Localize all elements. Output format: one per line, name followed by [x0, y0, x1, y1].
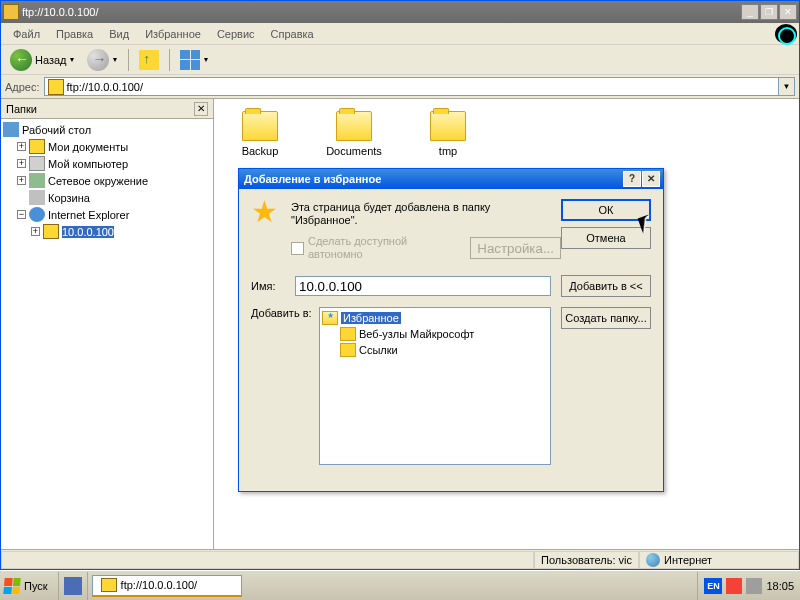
folders-panel: Папки ✕ Рабочий стол + Мои документы + М…: [1, 99, 214, 551]
dialog-title: Добавление в избранное: [242, 173, 623, 185]
address-value: ftp://10.0.0.100/: [67, 81, 143, 93]
back-button[interactable]: Назад ▼: [5, 46, 80, 74]
back-arrow-icon: [10, 49, 32, 71]
quicklaunch: [59, 572, 88, 600]
tree-label[interactable]: Мои документы: [48, 141, 128, 153]
window-icon: [3, 4, 19, 20]
tree-label[interactable]: Рабочий стол: [22, 124, 91, 136]
favorites-tree-label[interactable]: Веб-узлы Майкрософт: [359, 328, 474, 340]
desktop-icon: [3, 122, 19, 137]
folder-name: tmp: [418, 145, 478, 157]
toolbar: Назад ▼ ▼ ▼: [1, 45, 799, 75]
expander-placeholder: [17, 193, 26, 202]
name-input[interactable]: [295, 276, 551, 296]
folder-name: Backup: [230, 145, 290, 157]
ie-logo-icon: [775, 24, 797, 44]
address-folder-icon: [48, 79, 64, 95]
tree-label[interactable]: Сетевое окружение: [48, 175, 148, 187]
favorites-tree[interactable]: Избранное Веб-узлы Майкрософт Ссылки: [319, 307, 551, 465]
favorites-tree-label[interactable]: Избранное: [341, 312, 401, 324]
folder-item[interactable]: tmp: [418, 111, 478, 157]
back-dropdown-icon[interactable]: ▼: [69, 56, 76, 63]
menu-file[interactable]: Файл: [5, 26, 48, 42]
tree-node-trash[interactable]: Корзина: [3, 189, 211, 206]
minimize-button[interactable]: _: [741, 4, 759, 20]
menu-edit[interactable]: Правка: [48, 26, 101, 42]
tree-node-my-computer[interactable]: + Мой компьютер: [3, 155, 211, 172]
toolbar-separator: [169, 49, 170, 71]
folders-panel-close-button[interactable]: ✕: [194, 102, 208, 116]
offline-checkbox[interactable]: [291, 242, 304, 255]
documents-icon: [29, 139, 45, 154]
tree-node-ftp[interactable]: + 10.0.0.100: [3, 223, 211, 240]
quicklaunch-save-icon[interactable]: [64, 577, 82, 595]
folder-icon: [336, 111, 372, 141]
expander-icon[interactable]: +: [17, 176, 26, 185]
network-icon: [29, 173, 45, 188]
maximize-button[interactable]: ❐: [760, 4, 778, 20]
task-folder-icon: [101, 578, 117, 592]
language-indicator[interactable]: EN: [704, 578, 722, 594]
status-left: [1, 551, 534, 569]
folder-icon: [340, 327, 356, 341]
cancel-button[interactable]: Отмена: [561, 227, 651, 249]
add-to-toggle-button[interactable]: Добавить в <<: [561, 275, 651, 297]
favorites-tree-node[interactable]: Веб-узлы Майкрософт: [322, 326, 548, 342]
tree-label[interactable]: Мой компьютер: [48, 158, 128, 170]
tree-node-network[interactable]: + Сетевое окружение: [3, 172, 211, 189]
start-label: Пуск: [24, 580, 48, 592]
titlebar[interactable]: ftp://10.0.0.100/ _ ❐ ✕: [1, 1, 799, 23]
settings-button: Настройка...: [470, 237, 561, 259]
favorites-tree-node[interactable]: Избранное: [322, 310, 548, 326]
menubar: Файл Правка Вид Избранное Сервис Справка: [1, 23, 799, 45]
folders-panel-header: Папки ✕: [1, 99, 213, 119]
dialog-titlebar[interactable]: Добавление в избранное ? ✕: [239, 169, 663, 189]
expander-icon[interactable]: −: [17, 210, 26, 219]
system-tray: EN 18:05: [697, 572, 800, 600]
clock[interactable]: 18:05: [766, 580, 794, 592]
expander-icon[interactable]: +: [17, 159, 26, 168]
taskbar-task-button[interactable]: ftp://10.0.0.100/: [92, 575, 242, 597]
security-shield-icon[interactable]: [726, 578, 742, 594]
ok-button[interactable]: ОК: [561, 199, 651, 221]
trash-icon: [29, 190, 45, 205]
offline-label: Сделать доступной автономно: [308, 235, 464, 261]
folder-item[interactable]: Documents: [324, 111, 384, 157]
menu-favorites[interactable]: Избранное: [137, 26, 209, 42]
tree-label[interactable]: Internet Explorer: [48, 209, 129, 221]
tree-node-ie[interactable]: − Internet Explorer: [3, 206, 211, 223]
folders-panel-title: Папки: [6, 103, 194, 115]
expander-icon[interactable]: +: [17, 142, 26, 151]
dialog-close-button[interactable]: ✕: [642, 171, 660, 187]
expander-icon[interactable]: +: [31, 227, 40, 236]
task-label: ftp://10.0.0.100/: [121, 579, 197, 591]
tree-node-desktop[interactable]: Рабочий стол: [3, 121, 211, 138]
menu-tools[interactable]: Сервис: [209, 26, 263, 42]
favorites-tree-node[interactable]: Ссылки: [322, 342, 548, 358]
views-dropdown-icon[interactable]: ▼: [202, 56, 209, 63]
favorites-folder-icon: [322, 311, 338, 325]
folder-item[interactable]: Backup: [230, 111, 290, 157]
up-button[interactable]: [134, 47, 164, 73]
forward-button[interactable]: ▼: [82, 46, 123, 74]
favorites-tree-label[interactable]: Ссылки: [359, 344, 398, 356]
tree-node-my-docs[interactable]: + Мои документы: [3, 138, 211, 155]
views-button[interactable]: ▼: [175, 47, 214, 73]
folder-icon: [430, 111, 466, 141]
menu-help[interactable]: Справка: [263, 26, 322, 42]
dialog-help-button[interactable]: ?: [623, 171, 641, 187]
globe-icon: [646, 553, 660, 567]
address-dropdown-button[interactable]: ▼: [779, 77, 795, 96]
folder-icon: [242, 111, 278, 141]
address-input[interactable]: ftp://10.0.0.100/: [44, 77, 779, 96]
tree-label-selected[interactable]: 10.0.0.100: [62, 226, 114, 238]
volume-icon[interactable]: [746, 578, 762, 594]
start-button[interactable]: Пуск: [0, 572, 59, 600]
folder-icon: [340, 343, 356, 357]
create-folder-button[interactable]: Создать папку...: [561, 307, 651, 329]
menu-view[interactable]: Вид: [101, 26, 137, 42]
close-button[interactable]: ✕: [779, 4, 797, 20]
tree-label[interactable]: Корзина: [48, 192, 90, 204]
offline-checkbox-row: Сделать доступной автономно Настройка...: [291, 235, 561, 261]
forward-dropdown-icon[interactable]: ▼: [111, 56, 118, 63]
